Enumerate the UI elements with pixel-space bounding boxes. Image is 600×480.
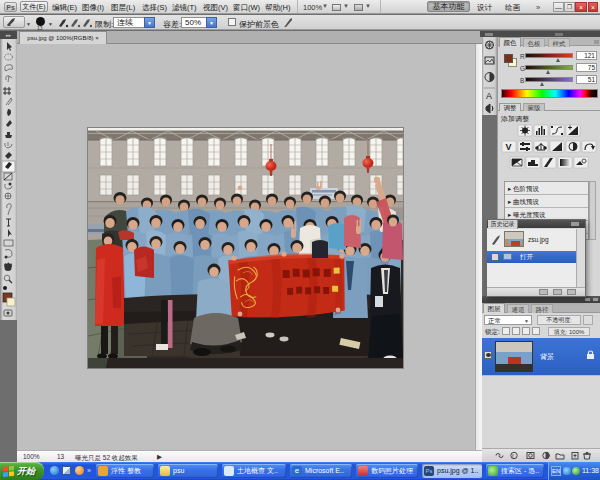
svg-text:f: f <box>512 453 514 459</box>
svg-text:V: V <box>506 142 512 152</box>
svg-text:A: A <box>486 91 492 101</box>
